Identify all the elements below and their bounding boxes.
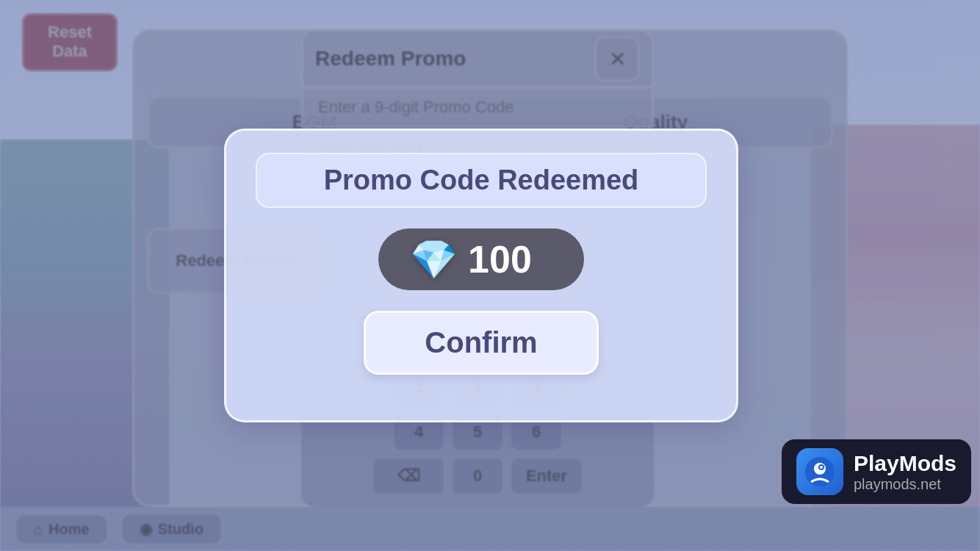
reward-pill: 💎 100 xyxy=(378,228,584,290)
playmods-logo xyxy=(796,448,843,495)
svg-point-3 xyxy=(820,466,823,469)
confirm-button[interactable]: Confirm xyxy=(364,311,598,375)
playmods-url: playmods.net xyxy=(854,476,956,493)
playmods-text: PlayMods playmods.net xyxy=(854,451,956,493)
reward-amount: 100 xyxy=(468,240,532,278)
diamond-icon: 💎 xyxy=(410,240,458,278)
playmods-badge: PlayMods playmods.net xyxy=(782,439,971,504)
modal-title: Promo Code Redeemed xyxy=(256,153,707,208)
promo-redeemed-modal: Promo Code Redeemed 💎 100 Confirm xyxy=(224,129,738,422)
playmods-name: PlayMods xyxy=(854,451,956,476)
